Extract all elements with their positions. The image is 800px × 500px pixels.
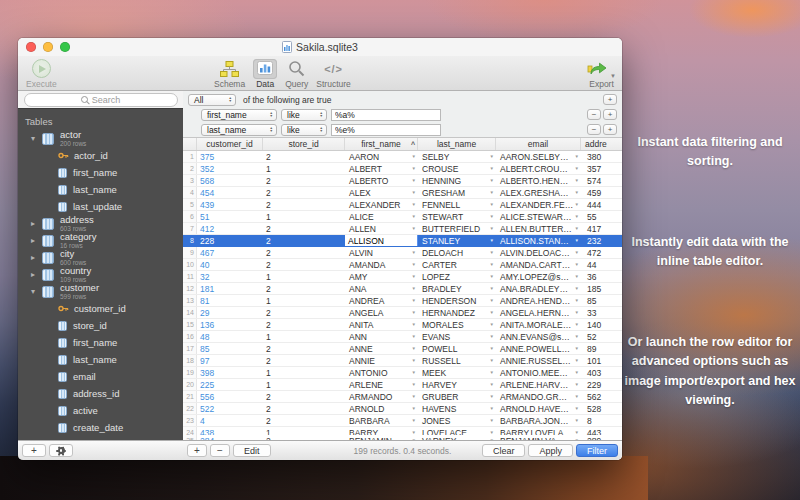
cell[interactable]: CROUSE▼: [418, 163, 496, 174]
cell[interactable]: ALVIN.DELOAC…▼: [496, 247, 581, 258]
cell[interactable]: 40: [197, 259, 263, 270]
cell-dropdown-icon[interactable]: ▼: [575, 310, 579, 315]
cell-dropdown-icon[interactable]: ▼: [490, 298, 494, 303]
cell[interactable]: HENDERSON▼: [418, 295, 496, 306]
cell-dropdown-icon[interactable]: ▼: [412, 226, 416, 231]
cell[interactable]: CARTER▼: [418, 259, 496, 270]
cell[interactable]: RUSSELL▼: [418, 355, 496, 366]
cell[interactable]: 1: [263, 331, 345, 342]
cell[interactable]: 2: [263, 283, 345, 294]
cell[interactable]: ARLENE▼: [345, 379, 418, 390]
column-header-store_id[interactable]: store_id: [263, 138, 345, 150]
cell[interactable]: 2: [263, 259, 345, 270]
table-row[interactable]: 44542ALEX▼GRESHAM▼ALEX.GRESHA…▼459: [183, 187, 622, 199]
cell-dropdown-icon[interactable]: ▼: [412, 358, 416, 363]
cell[interactable]: BUTTERFIELD▼: [418, 223, 496, 234]
cell[interactable]: 528: [581, 403, 622, 414]
cell-dropdown-icon[interactable]: ▼: [575, 346, 579, 351]
cell-dropdown-icon[interactable]: ▼: [575, 298, 579, 303]
disclosure-closed-icon[interactable]: ▸: [31, 253, 42, 262]
cell-dropdown-icon[interactable]: ▼: [412, 370, 416, 375]
sidebar-column-address_id[interactable]: address_id: [18, 385, 183, 402]
cell[interactable]: ALEXANDER.FE…▼: [496, 199, 581, 210]
table-row[interactable]: 11321AMY▼LOPEZ▼AMY.LOPEZ@s…▼36: [183, 271, 622, 283]
cell[interactable]: 97: [197, 355, 263, 366]
cell-dropdown-icon[interactable]: ▼: [490, 202, 494, 207]
cell[interactable]: ANNIE▼: [345, 355, 418, 366]
cell[interactable]: 1: [263, 163, 345, 174]
data-button[interactable]: Data: [253, 58, 277, 89]
sidebar-column-first_name[interactable]: first_name: [18, 164, 183, 181]
inline-cell-editor[interactable]: ALLISON: [345, 235, 417, 246]
cell[interactable]: 2: [263, 355, 345, 366]
cell[interactable]: 140: [581, 319, 622, 330]
table-row[interactable]: 17852ANNE▼POWELL▼ANNE.POWELL…▼89: [183, 343, 622, 355]
cell-dropdown-icon[interactable]: ▼: [575, 274, 579, 279]
sidebar-column-email[interactable]: email: [18, 368, 183, 385]
cell[interactable]: ALLEN▼: [345, 223, 418, 234]
table-row[interactable]: 10402AMANDA▼CARTER▼AMANDA.CART…▼44: [183, 259, 622, 271]
cell[interactable]: BARBARA.JON…▼: [496, 415, 581, 426]
titlebar[interactable]: Sakila.sqlite3: [18, 38, 622, 56]
sidebar-column-last_name[interactable]: last_name: [18, 181, 183, 198]
cell-dropdown-icon[interactable]: ▼: [490, 190, 494, 195]
cell-dropdown-icon[interactable]: ▼: [575, 154, 579, 159]
cell[interactable]: 2: [263, 175, 345, 186]
table-row[interactable]: 35682ALBERTO▼HENNING▼ALBERTO.HEN…▼574: [183, 175, 622, 187]
cell-dropdown-icon[interactable]: ▼: [490, 166, 494, 171]
cell[interactable]: 33: [581, 307, 622, 318]
table-row[interactable]: 18972ANNIE▼RUSSELL▼ANNIE.RUSSEL…▼101: [183, 355, 622, 367]
filter-value-input[interactable]: [331, 109, 441, 121]
cell-dropdown-icon[interactable]: ▼: [575, 202, 579, 207]
cell[interactable]: 1: [263, 295, 345, 306]
filter-button[interactable]: Filter: [576, 444, 618, 457]
cell[interactable]: STANLEY▼: [418, 235, 496, 246]
cell-dropdown-icon[interactable]: ▼: [490, 394, 494, 399]
cell[interactable]: 467: [197, 247, 263, 258]
cell[interactable]: GRESHAM▼: [418, 187, 496, 198]
cell[interactable]: 380: [581, 151, 622, 162]
schema-button[interactable]: Schema: [214, 58, 245, 89]
cell[interactable]: 101: [581, 355, 622, 366]
cell-dropdown-icon[interactable]: ▼: [412, 334, 416, 339]
zoom-icon[interactable]: [60, 42, 70, 52]
remove-rule-button[interactable]: −: [587, 109, 601, 120]
sidebar-column-last_update[interactable]: last_update: [18, 198, 183, 215]
cell-dropdown-icon[interactable]: ▼: [412, 214, 416, 219]
column-header-email[interactable]: email: [496, 138, 581, 150]
cell[interactable]: AMANDA.CART…▼: [496, 259, 581, 270]
cell[interactable]: 55: [581, 211, 622, 222]
table-row[interactable]: 193981ANTONIO▼MEEK▼ANTONIO.MEE…▼403: [183, 367, 622, 379]
cell[interactable]: ALBERT.CROU…▼: [496, 163, 581, 174]
table-row[interactable]: 215562ARMANDO▼GRUBER▼ARMANDO.GR…▼562: [183, 391, 622, 403]
cell[interactable]: 85: [197, 343, 263, 354]
cell[interactable]: 1: [263, 427, 345, 435]
cell[interactable]: ANDREA.HEND…▼: [496, 295, 581, 306]
cell[interactable]: 36: [581, 271, 622, 282]
sidebar-column-customer_id[interactable]: customer_id: [18, 300, 183, 317]
cell[interactable]: 2: [263, 307, 345, 318]
cell[interactable]: ALICE▼: [345, 211, 418, 222]
cell-dropdown-icon[interactable]: ▼: [575, 190, 579, 195]
cell[interactable]: AMY.LOPEZ@s…▼: [496, 271, 581, 282]
cell[interactable]: STEWART▼: [418, 211, 496, 222]
cell[interactable]: 574: [581, 175, 622, 186]
cell[interactable]: 568: [197, 175, 263, 186]
cell-dropdown-icon[interactable]: ▼: [490, 178, 494, 183]
close-icon[interactable]: [26, 42, 36, 52]
cell-dropdown-icon[interactable]: ▼: [412, 310, 416, 315]
cell-dropdown-icon[interactable]: ▼: [412, 394, 416, 399]
disclosure-closed-icon[interactable]: ▸: [31, 236, 42, 245]
disclosure-closed-icon[interactable]: ▸: [31, 270, 42, 279]
cell[interactable]: 89: [581, 343, 622, 354]
sidebar-table-category[interactable]: ▸category16 rows: [18, 232, 183, 249]
cell-dropdown-icon[interactable]: ▼: [490, 358, 494, 363]
cell-dropdown-icon[interactable]: ▼: [490, 250, 494, 255]
match-select[interactable]: All▲▼: [188, 94, 236, 106]
cell-dropdown-icon[interactable]: ▼: [412, 346, 416, 351]
table-row[interactable]: 6511ALICE▼STEWART▼ALICE.STEWAR…▼55: [183, 211, 622, 223]
cell[interactable]: ANNIE.RUSSEL…▼: [496, 355, 581, 366]
cell[interactable]: 225: [197, 379, 263, 390]
cell[interactable]: 556: [197, 391, 263, 402]
table-row[interactable]: 244381BARRY▼LOVELACE▼BARRY.LOVELA…▼443: [183, 427, 622, 435]
